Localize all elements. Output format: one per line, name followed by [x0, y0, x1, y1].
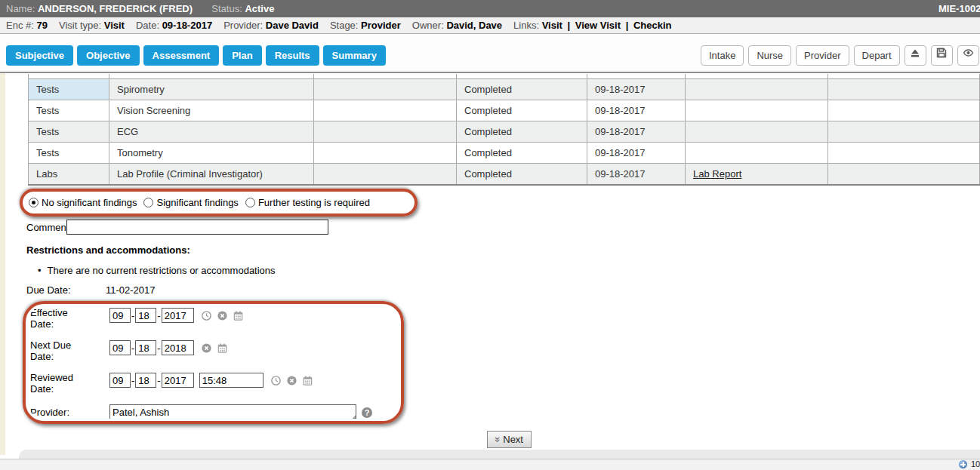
visit-date-field: Date: 09-18-2017 — [136, 17, 212, 33]
patient-status-label: Status: — [211, 3, 242, 14]
cell-item: Spirometry — [109, 78, 313, 100]
link-checkin[interactable]: Checkin — [633, 20, 672, 31]
next-due-month-input[interactable] — [109, 340, 131, 355]
cell-item: Vision Screening — [109, 100, 313, 121]
toolbar: Subjective Objective Assessment Plan Res… — [0, 35, 980, 72]
intake-button[interactable]: Intake — [701, 45, 744, 66]
cell-detail — [313, 78, 456, 100]
reviewed-time-input[interactable] — [199, 373, 263, 388]
provider-form-label: Provider: — [30, 407, 106, 418]
clock-icon[interactable] — [270, 375, 282, 386]
clock-icon[interactable] — [201, 310, 212, 321]
restriction-list-item: •There are no current restrictions or ac… — [38, 265, 276, 276]
radio-label: No significant findings — [42, 197, 137, 208]
cell-detail — [313, 100, 456, 121]
stage-field: Stage: Provider — [330, 17, 401, 33]
reviewed-date-label: ReviewedDate: — [30, 372, 106, 395]
provider-input[interactable] — [109, 404, 356, 420]
cell-link — [685, 142, 827, 163]
effective-date-inputs: - - — [109, 308, 244, 323]
calendar-icon[interactable] — [233, 310, 244, 321]
effective-month-input[interactable] — [109, 308, 131, 323]
clear-icon[interactable] — [286, 375, 297, 386]
radio-option-significant-findings[interactable]: Significant findings — [143, 197, 238, 208]
calendar-icon[interactable] — [302, 375, 313, 386]
tab-objective[interactable]: Objective — [77, 45, 140, 66]
depart-button[interactable]: Depart — [854, 45, 900, 66]
page-left-margin — [0, 73, 5, 455]
encounter-bar: Enc #: 79 Visit type: Visit Date: 09-18-… — [0, 17, 980, 34]
nurse-button[interactable]: Nurse — [748, 45, 791, 66]
patient-name: ANDERSON, FREDERICK (FRED) — [38, 3, 193, 14]
visit-type-field: Visit type: Visit — [59, 17, 125, 33]
cell-date: 09-18-2017 — [587, 163, 685, 184]
cell-link: Lab Report — [685, 163, 827, 184]
effective-day-input[interactable] — [135, 308, 156, 323]
reviewed-year-input[interactable] — [162, 373, 194, 388]
cell-item: Tonometry — [109, 142, 313, 163]
cell-item: Lab Profile (Criminal Investigator) — [109, 163, 313, 184]
radio-option-no-significant-findings[interactable]: No significant findings — [29, 197, 137, 208]
tab-summary[interactable]: Summary — [323, 45, 386, 66]
radio-label: Significant findings — [156, 197, 238, 208]
browser-status-bar — [0, 459, 980, 470]
radio-button-icon[interactable] — [143, 198, 153, 207]
cell-category: Tests — [28, 121, 109, 142]
radio-button-icon[interactable] — [245, 198, 255, 207]
clear-icon[interactable] — [201, 343, 212, 354]
reviewed-date-inputs: - - — [109, 373, 313, 388]
due-date-value: 11-02-2017 — [106, 284, 156, 296]
cell-detail — [313, 163, 456, 184]
radio-button-icon[interactable] — [29, 198, 39, 207]
chart-nav-tabs: Subjective Objective Assessment Plan Res… — [6, 45, 386, 66]
link-view-visit[interactable]: View Visit — [575, 20, 621, 31]
next-due-day-input[interactable] — [135, 340, 156, 355]
table-row: Labs Lab Profile (Criminal Investigator)… — [28, 163, 980, 184]
help-icon[interactable]: ? — [362, 407, 372, 418]
cell-date: 09-18-2017 — [587, 100, 685, 121]
reviewed-day-input[interactable] — [135, 373, 156, 388]
eject-button[interactable] — [904, 45, 926, 66]
tab-results[interactable]: Results — [266, 45, 319, 66]
browser-zoom-icon[interactable] — [959, 460, 967, 468]
save-icon — [935, 46, 948, 65]
table-row: Tests Spirometry Completed 09-18-2017 — [28, 78, 980, 100]
tab-assessment[interactable]: Assessment — [143, 45, 220, 66]
next-button[interactable]: » Next — [487, 431, 532, 448]
next-due-date-inputs: - - — [109, 340, 228, 355]
cell-status: Completed — [456, 142, 587, 163]
next-due-date-label: Next DueDate: — [30, 339, 106, 362]
provider-button[interactable]: Provider — [796, 45, 849, 66]
calendar-icon[interactable] — [217, 343, 228, 354]
browser-zoom-level: 10 — [971, 459, 980, 468]
findings-radio-group: No significant findings Significant find… — [29, 197, 377, 208]
patient-name-label: Name: — [6, 3, 35, 14]
cell-date: 09-18-2017 — [587, 78, 685, 100]
tab-plan[interactable]: Plan — [223, 45, 261, 66]
owner-field: Owner: David, Dave — [412, 17, 502, 33]
lab-report-link[interactable]: Lab Report — [693, 168, 741, 180]
clear-icon[interactable] — [217, 310, 228, 321]
reviewed-month-input[interactable] — [109, 373, 131, 388]
tab-subjective[interactable]: Subjective — [6, 45, 73, 66]
cell-extra — [827, 163, 980, 184]
cell-date: 09-18-2017 — [587, 142, 685, 163]
effective-date-label: EffectiveDate: — [30, 307, 106, 330]
cell-extra — [827, 142, 980, 163]
preview-button[interactable] — [957, 45, 979, 66]
comments-input[interactable] — [66, 220, 328, 235]
cell-detail — [313, 142, 456, 163]
cell-category: Tests — [28, 78, 109, 100]
cell-status: Completed — [456, 78, 587, 100]
enc-number-field: Enc #: 79 — [6, 17, 48, 33]
next-due-year-input[interactable] — [162, 340, 194, 355]
cell-category: Tests — [28, 142, 109, 163]
cell-status: Completed — [456, 100, 587, 121]
link-visit[interactable]: Visit — [542, 20, 562, 31]
radio-option-further-testing[interactable]: Further testing is required — [245, 197, 370, 208]
cell-link — [685, 78, 827, 100]
effective-year-input[interactable] — [162, 308, 194, 323]
toolbar-divider — [0, 72, 980, 73]
save-button[interactable] — [931, 45, 953, 66]
resize-grip-icon[interactable] — [351, 415, 356, 419]
